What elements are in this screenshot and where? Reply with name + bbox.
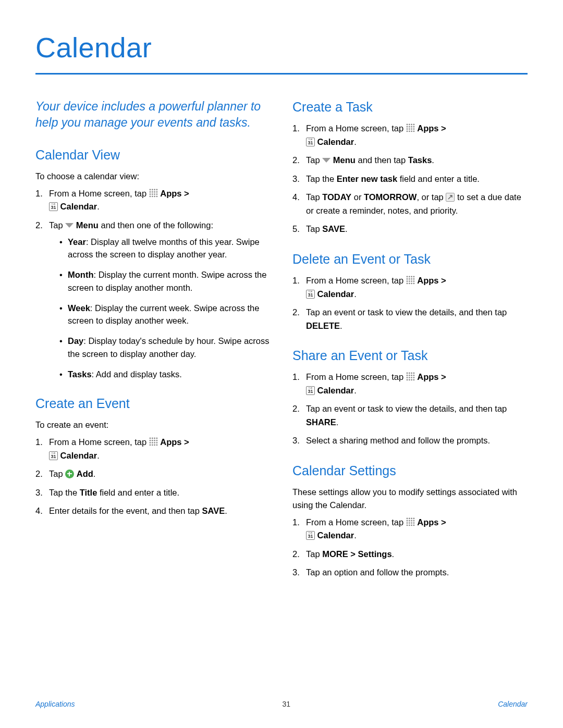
svg-point-75 [413,377,414,378]
step: Tap Menu and then one of the following: … [35,219,271,380]
svg-point-91 [413,522,414,524]
svg-point-61 [409,282,410,284]
svg-point-65 [409,373,410,374]
svg-point-48 [406,276,408,278]
svg-point-25 [152,442,153,443]
step: Tap TODAY or TOMORROW, or tap to set a d… [292,191,528,217]
calendar-icon [306,386,315,395]
svg-point-53 [409,278,410,280]
step: Enter details for the event, and then ta… [35,504,271,518]
heading-calendar-view: Calendar View [35,147,271,163]
svg-point-5 [152,191,153,193]
svg-point-36 [406,126,408,128]
svg-point-59 [413,280,414,282]
step: Tap MORE > Settings. [292,548,528,561]
list-item: Tasks: Add and display tasks. [59,368,271,381]
svg-point-54 [411,278,412,280]
svg-point-24 [149,442,151,443]
heading-create-event: Create an Event [35,396,271,411]
menu-icon [65,223,74,228]
svg-point-82 [411,517,412,519]
svg-point-73 [409,377,410,378]
svg-point-29 [152,445,153,446]
svg-point-35 [413,124,414,126]
svg-point-86 [411,520,412,521]
svg-point-43 [413,128,414,130]
svg-point-19 [156,438,157,439]
list-item: Week: Display the current week. Swipe ac… [59,302,271,328]
step: From a Home screen, tap Apps > Calendar. [35,187,271,214]
svg-point-72 [406,377,408,378]
intro-text: Your device includes a powerful planner … [35,98,271,131]
svg-point-33 [409,124,410,126]
svg-point-22 [154,440,155,441]
svg-point-17 [152,438,153,439]
calendar-icon [306,290,315,299]
svg-point-55 [413,278,414,280]
svg-point-41 [409,128,410,130]
svg-point-6 [154,191,155,193]
expand-icon [446,193,455,202]
apps-icon [406,517,415,526]
calendar-icon [49,451,58,460]
step: Tap the Title field and enter a title. [35,486,271,500]
svg-point-88 [406,522,408,524]
svg-point-85 [409,520,410,521]
svg-point-23 [156,440,157,441]
svg-point-51 [413,276,414,278]
settings-lead: These settings allow you to modify setti… [292,486,528,512]
footer-left: Applications [35,700,75,708]
svg-point-27 [156,442,157,443]
step: Select a sharing method and follow the p… [292,434,528,448]
calendar-icon [306,531,315,540]
svg-point-31 [156,445,157,446]
content-columns: Your device includes a powerful planner … [35,98,528,585]
view-options: Year: Display all twelve months of this … [49,236,271,381]
apps-icon [406,123,415,132]
apps-icon [406,275,415,284]
svg-point-45 [409,131,410,132]
svg-point-92 [406,524,408,526]
svg-point-13 [152,195,153,197]
svg-point-40 [406,128,408,130]
svg-point-34 [411,124,412,126]
list-item: Day: Display today's schedule by hour. S… [59,335,271,361]
svg-point-14 [154,195,155,197]
svg-point-68 [406,375,408,376]
svg-point-64 [406,373,408,374]
svg-point-63 [413,282,414,284]
svg-point-94 [411,524,412,526]
heading-calendar-settings: Calendar Settings [292,463,528,478]
step: From a Home screen, tap Apps > Calendar. [292,122,528,149]
apps-icon [149,188,158,197]
svg-point-71 [413,375,414,376]
step: From a Home screen, tap Apps > Calendar. [292,516,528,542]
calendar-view-lead: To choose a calendar view: [35,170,271,183]
svg-point-76 [406,379,408,381]
svg-point-57 [409,280,410,282]
heading-create-task: Create a Task [292,100,528,115]
step: Tap an option and follow the prompts. [292,566,528,579]
menu-icon [322,158,331,163]
apps-icon [149,437,158,446]
svg-point-89 [409,522,410,524]
svg-point-66 [411,373,412,374]
step: Tap SAVE. [292,223,528,236]
svg-point-37 [409,126,410,128]
svg-point-15 [156,195,157,197]
svg-point-8 [149,193,151,195]
svg-point-42 [411,128,412,130]
svg-point-20 [149,440,151,441]
create-event-lead: To create an event: [35,418,271,431]
svg-point-80 [406,517,408,519]
svg-point-60 [406,282,408,284]
delete-steps: From a Home screen, tap Apps > Calendar.… [292,274,528,332]
step: Tap an event or task to view the details… [292,402,528,429]
step: From a Home screen, tap Apps > Calendar. [292,274,528,301]
step: Tap an event or task to view the details… [292,306,528,332]
svg-point-26 [154,442,155,443]
svg-point-84 [406,520,408,521]
svg-point-30 [154,445,155,446]
right-column: Create a Task From a Home screen, tap Ap… [292,98,528,585]
apps-icon [406,372,415,380]
